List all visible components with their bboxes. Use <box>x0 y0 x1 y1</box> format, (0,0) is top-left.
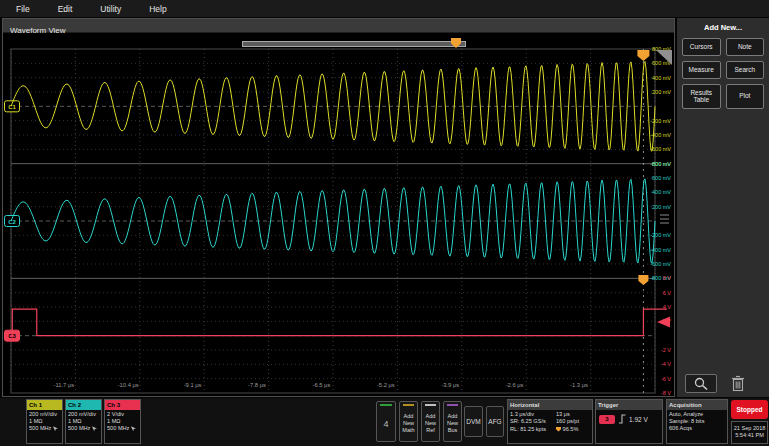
trash-icon[interactable] <box>731 375 745 392</box>
svg-text:-10.4 μs: -10.4 μs <box>118 382 139 388</box>
horizontal-samplerate: SR: 6.25 GS/s <box>510 418 556 425</box>
ch4-label: 4 <box>383 406 388 441</box>
menu-edit[interactable]: Edit <box>58 4 73 14</box>
svg-text:400 mV: 400 mV <box>652 75 671 81</box>
ch2-badge-header: Ch 2 <box>66 400 101 410</box>
view-tools <box>685 374 745 393</box>
ch2-bandwidth: 500 MHz <box>68 425 90 431</box>
ch3-badge-header: Ch 3 <box>105 400 140 410</box>
datetime-display: 21 Sep 2018 5:54:41 PM <box>731 421 768 444</box>
horizontal-pan-slider[interactable] <box>242 41 466 47</box>
horizontal-badge[interactable]: Horizontal 1.3 μs/div 13 μs SR: 6.25 GS/… <box>507 399 593 444</box>
trigger-position-icon <box>556 427 561 432</box>
horizontal-badge-header: Horizontal <box>508 400 592 410</box>
ch2-impedance: 1 MΩ <box>68 418 101 425</box>
svg-text:-200 mV: -200 mV <box>650 232 671 238</box>
trigger-badge-header: Trigger <box>596 400 662 410</box>
svg-text:200 mV: 200 mV <box>652 89 671 95</box>
results-table-button[interactable]: Results Table <box>682 84 721 110</box>
menu-utility[interactable]: Utility <box>100 4 121 14</box>
ch1-badge-header: Ch 1 <box>27 400 62 410</box>
acquisition-mode: Auto, Analyze <box>669 411 727 418</box>
svg-text:-9.1 μs: -9.1 μs <box>184 382 202 388</box>
ch2-badge[interactable]: Ch 2 200 mV/div 1 MΩ 500 MHz <box>65 399 102 444</box>
run-stop-button[interactable]: Stopped <box>731 400 768 419</box>
ch1-impedance: 1 MΩ <box>29 418 62 425</box>
svg-text:8 V: 8 V <box>663 275 672 281</box>
svg-text:-7.8 μs: -7.8 μs <box>248 382 266 388</box>
svg-text:-8 V: -8 V <box>661 390 671 396</box>
waveform-view: Waveform View -11.7 μs-10.4 μs-9.1 μs-7.… <box>2 18 675 397</box>
plot-button[interactable]: Plot <box>726 84 765 110</box>
svg-text:-11.7 μs: -11.7 μs <box>53 382 74 388</box>
zoom-magnifier-button[interactable] <box>685 374 717 393</box>
math-line2: New <box>403 420 414 427</box>
svg-text:-200 mV: -200 mV <box>650 118 671 124</box>
date-text: 21 Sep 2018 <box>732 425 767 432</box>
svg-text:-3.9 μs: -3.9 μs <box>441 382 459 388</box>
add-new-title: Add New... <box>677 23 769 32</box>
trigger-level: 1.92 V <box>629 416 648 423</box>
svg-text:-600 mV: -600 mV <box>650 261 671 267</box>
trigger-badge[interactable]: Trigger 3 1.92 V <box>595 399 663 444</box>
trigger-source-icon: 3 <box>599 415 615 424</box>
horizontal-window: 13 μs <box>556 411 592 418</box>
add-new-bus-button[interactable]: Add New Bus <box>443 401 462 442</box>
add-new-ref-button[interactable]: Add New Ref <box>421 401 440 442</box>
svg-text:6 V: 6 V <box>663 290 672 296</box>
acquisition-sample: Sample: 8 bits <box>669 418 727 425</box>
acquisition-badge-header: Acquisition <box>667 400 727 410</box>
oscilloscope-screen: File Edit Utility Help Waveform View -11… <box>0 0 769 446</box>
menu-help[interactable]: Help <box>149 4 166 14</box>
math-line3: Math <box>402 427 414 434</box>
bottom-badge-bar: Ch 1 200 mV/div 1 MΩ 500 MHz Ch 2 200 mV… <box>0 398 769 446</box>
svg-text:-4 V: -4 V <box>661 361 671 367</box>
bus-line1: Add <box>448 413 458 420</box>
probe-icon <box>131 426 136 431</box>
ch3-badge[interactable]: Ch 3 2 V/div 1 MΩ 500 MHz <box>104 399 141 444</box>
horizontal-resolution: 160 ps/pt <box>556 418 592 425</box>
horizontal-scale: 1.3 μs/div <box>510 411 556 418</box>
ref-line1: Add <box>426 413 436 420</box>
acquisition-count: 606 Acqs <box>669 425 727 432</box>
ref-line3: Ref <box>426 427 435 434</box>
graticule-plot[interactable]: -11.7 μs-10.4 μs-9.1 μs-7.8 μs-6.5 μs-5.… <box>3 19 674 396</box>
ch4-button[interactable]: 4 <box>376 401 396 442</box>
svg-text:-600 mV: -600 mV <box>650 146 671 152</box>
svg-text:-2 V: -2 V <box>661 347 671 353</box>
ch1-bandwidth: 500 MHz <box>29 425 51 431</box>
menu-bar: File Edit Utility Help <box>0 0 769 17</box>
time-text: 5:54:41 PM <box>732 432 767 439</box>
ch3-impedance: 1 MΩ <box>107 418 140 425</box>
search-button[interactable]: Search <box>726 61 765 79</box>
svg-text:800 mV: 800 mV <box>652 161 671 167</box>
afg-button[interactable]: AFG <box>486 406 504 437</box>
acquisition-badge[interactable]: Acquisition Auto, Analyze Sample: 8 bits… <box>666 399 728 444</box>
ch1-scale: 200 mV/div <box>29 411 62 418</box>
probe-icon <box>53 426 58 431</box>
svg-text:-5.2 μs: -5.2 μs <box>377 382 395 388</box>
measure-button[interactable]: Measure <box>682 61 721 79</box>
ch3-bandwidth: 500 MHz <box>107 425 129 431</box>
bus-line2: New <box>447 420 458 427</box>
dvm-button[interactable]: DVM <box>464 406 483 437</box>
cursors-button[interactable]: Cursors <box>682 38 721 56</box>
add-new-buttons: Cursors Note Measure Search Results Tabl… <box>682 38 764 109</box>
horizontal-recordlength: RL: 81.25 kpts <box>510 426 556 433</box>
svg-text:-6.5 μs: -6.5 μs <box>312 382 330 388</box>
add-new-math-button[interactable]: Add New Math <box>399 401 418 442</box>
probe-icon <box>92 426 97 431</box>
add-new-panel: Add New... Cursors Note Measure Search R… <box>677 18 769 397</box>
note-button[interactable]: Note <box>726 38 765 56</box>
svg-text:200 mV: 200 mV <box>652 204 671 210</box>
svg-text:400 mV: 400 mV <box>652 189 671 195</box>
svg-text:-6 V: -6 V <box>661 376 671 382</box>
ref-line2: New <box>425 420 436 427</box>
ch1-badge[interactable]: Ch 1 200 mV/div 1 MΩ 500 MHz <box>26 399 63 444</box>
rising-edge-icon <box>618 414 626 424</box>
menu-file[interactable]: File <box>16 4 30 14</box>
bus-line3: Bus <box>448 427 458 434</box>
horizontal-position: 96.5% <box>563 426 579 432</box>
svg-text:-1.3 μs: -1.3 μs <box>570 382 588 388</box>
math-line1: Add <box>404 413 414 420</box>
